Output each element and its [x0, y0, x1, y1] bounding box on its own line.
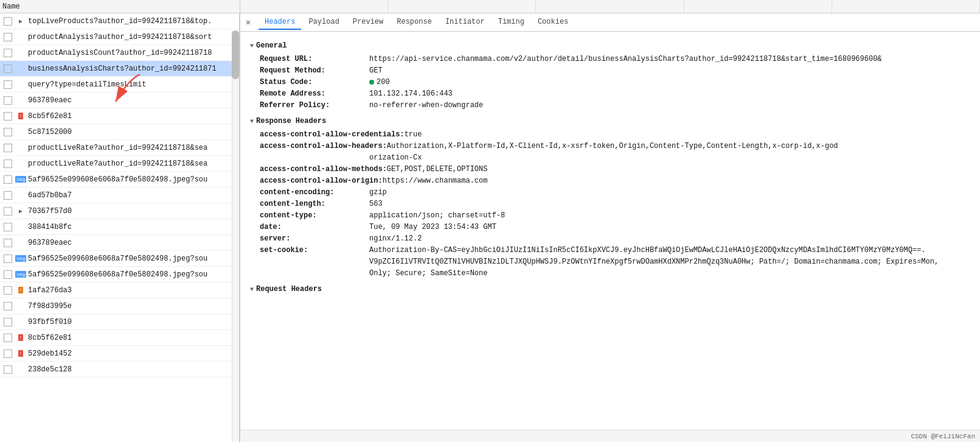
tab-timing[interactable]: Timing	[492, 15, 530, 30]
network-list-item[interactable]: !8cb5f62e81	[0, 108, 239, 124]
scrollbar[interactable]	[232, 30, 239, 442]
item-name: 70367f57d0	[28, 207, 235, 216]
response-header-row: date:Tue, 09 May 2023 13:54:43 GMT	[250, 223, 970, 231]
response-headers-section-header[interactable]: ▼ Response Headers	[250, 117, 970, 125]
network-list-item[interactable]: businessAnalysisCharts?author_id=9924211…	[0, 61, 239, 77]
response-header-row: content-encoding:gzip	[250, 188, 970, 197]
network-list-item[interactable]: !8cb5f62e81	[0, 330, 239, 346]
network-list-item[interactable]: 963789eaec	[0, 93, 239, 108]
item-type-icon: img	[16, 254, 26, 263]
item-type-icon: img	[16, 175, 26, 184]
network-list-item[interactable]: productAnalysisCount?author_id=992421187…	[0, 45, 239, 61]
network-list-item[interactable]: productAnalysis?author_id=99242118718&so…	[0, 29, 239, 45]
tab-response[interactable]: Response	[391, 15, 438, 30]
item-checkbox[interactable]	[4, 49, 12, 57]
item-checkbox[interactable]	[4, 302, 12, 310]
item-checkbox[interactable]	[4, 270, 12, 279]
network-list-item[interactable]: ▶70367f57d0	[0, 203, 239, 219]
scroll-thumb[interactable]	[232, 30, 239, 79]
item-checkbox[interactable]	[4, 33, 12, 41]
item-checkbox[interactable]	[4, 334, 12, 342]
item-checkbox[interactable]	[4, 65, 12, 73]
network-list-item[interactable]: 388414b8fc	[0, 219, 239, 235]
general-section-title: General	[256, 41, 287, 50]
network-list-item[interactable]: 963789eaec	[0, 235, 239, 251]
item-checkbox[interactable]	[4, 239, 12, 247]
network-list-item[interactable]: productLiveRate?author_id=99242118718&se…	[0, 140, 239, 156]
request-headers-section-header[interactable]: ▼ Request Headers	[250, 285, 970, 293]
network-list-item[interactable]: 238de5c128	[0, 362, 239, 377]
network-list[interactable]: ▶topLiveProducts?author_id=99242118718&t…	[0, 13, 239, 442]
item-type-icon	[16, 191, 26, 200]
item-checkbox[interactable]	[4, 207, 12, 216]
item-type-icon	[16, 96, 26, 105]
item-checkbox[interactable]	[4, 318, 12, 326]
item-checkbox[interactable]	[4, 144, 12, 152]
item-checkbox[interactable]	[4, 365, 12, 374]
headers-content: ▼ General Request URL: https://api-servi…	[240, 32, 980, 430]
item-checkbox[interactable]	[4, 128, 12, 136]
request-headers-section-title: Request Headers	[256, 285, 322, 293]
item-checkbox[interactable]	[4, 349, 12, 358]
close-button[interactable]: ✕	[243, 17, 254, 28]
item-name: 8cb5f62e81	[28, 334, 235, 342]
item-name: 8cb5f62e81	[28, 112, 235, 121]
item-type-icon: img	[16, 270, 26, 279]
network-list-item[interactable]: 6ad57b0ba7	[0, 188, 239, 203]
name-col-label: Name	[2, 2, 20, 11]
tab-payload[interactable]: Payload	[302, 15, 345, 30]
waterfall-col-1	[240, 0, 388, 13]
response-header-value: Only; Secure; SameSite=None	[369, 269, 970, 278]
network-list-item[interactable]: query?type=detailTimesLimit	[0, 77, 239, 93]
item-checkbox[interactable]	[4, 112, 12, 121]
item-type-icon	[16, 33, 26, 41]
network-list-item[interactable]: ▶topLiveProducts?author_id=99242118718&t…	[0, 13, 239, 29]
referrer-policy-row: Referrer Policy: no-referrer-when-downgr…	[250, 101, 970, 110]
general-section-header[interactable]: ▼ General	[250, 41, 970, 50]
item-type-icon	[16, 80, 26, 89]
item-name: 7f98d3995e	[28, 302, 235, 310]
tab-cookies[interactable]: Cookies	[532, 15, 574, 30]
response-header-row: V9pZCI6IlVTRVItQ0ZTNlVHUVBINzlDLTJXQUpHW…	[250, 258, 970, 266]
network-list-item[interactable]: img5af96525e099608e6068a7f0e5802498.jpeg…	[0, 251, 239, 267]
item-name: query?type=detailTimesLimit	[28, 80, 235, 89]
footer-credit: CSDN @FeiJiNcFan	[911, 433, 975, 440]
waterfall-cols	[240, 0, 980, 13]
response-headers-rows: access-control-allow-credentials:trueacc…	[250, 130, 970, 278]
item-checkbox[interactable]	[4, 191, 12, 200]
item-type-icon: ▶	[16, 207, 26, 216]
item-checkbox[interactable]	[4, 254, 12, 263]
item-checkbox[interactable]	[4, 286, 12, 295]
network-list-item[interactable]: 93fbf5f010	[0, 314, 239, 330]
item-checkbox[interactable]	[4, 160, 12, 168]
item-name: 238de5c128	[28, 365, 235, 374]
network-list-item[interactable]: 7f98d3995e	[0, 298, 239, 314]
request-method-label: Request Method:	[260, 66, 369, 75]
status-code-label: Status Code:	[260, 78, 369, 86]
network-list-item[interactable]: !529deb1452	[0, 346, 239, 362]
item-checkbox[interactable]	[4, 96, 12, 105]
tab-preview[interactable]: Preview	[347, 15, 389, 30]
tab-initiator[interactable]: Initiator	[439, 15, 491, 30]
response-header-row: set-cookie:Authorization-By-CAS=eyJhbGci…	[250, 246, 970, 254]
response-header-row: content-length:563	[250, 200, 970, 208]
network-list-item[interactable]: productLiveRate?author_id=99242118718&se…	[0, 156, 239, 172]
request-headers-arrow-icon: ▼	[250, 286, 254, 293]
item-checkbox[interactable]	[4, 80, 12, 89]
item-checkbox[interactable]	[4, 175, 12, 184]
network-list-item[interactable]: img5af96525e099608e6068a7f0e5802498.jpeg…	[0, 267, 239, 282]
network-list-item[interactable]: img5af96525e099608e6068a7f0e5802498.jpeg…	[0, 172, 239, 188]
item-type-icon	[16, 302, 26, 310]
item-name: 5af96525e099608e6068a7f0e5802498.jpeg?so…	[28, 175, 235, 184]
response-header-value: gzip	[369, 188, 970, 197]
item-checkbox[interactable]	[4, 17, 12, 26]
item-name: 6ad57b0ba7	[28, 191, 235, 200]
network-list-item[interactable]: !1afa276da3	[0, 282, 239, 298]
tab-headers[interactable]: Headers	[259, 15, 301, 30]
network-list-item[interactable]: 5c87152000	[0, 124, 239, 140]
response-headers-section-title: Response Headers	[256, 117, 326, 125]
item-checkbox[interactable]	[4, 223, 12, 231]
referrer-policy-value: no-referrer-when-downgrade	[369, 101, 970, 110]
response-header-value: application/json; charset=utf-8	[369, 211, 970, 220]
response-header-row: access-control-allow-headers:Authorizati…	[250, 142, 970, 150]
